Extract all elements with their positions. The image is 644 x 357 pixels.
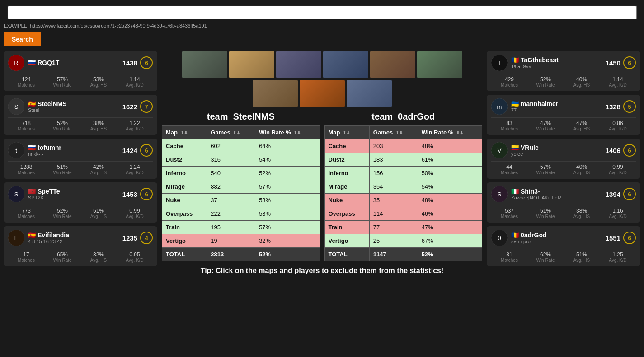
table-row[interactable]: Overpass 114 46%	[324, 207, 482, 221]
player-name: VRule	[521, 144, 539, 151]
table-row[interactable]: Inferno 540 52%	[162, 167, 320, 180]
col-map-right[interactable]: Map ⬆⬇	[324, 126, 369, 139]
svg-text:m: m	[497, 103, 502, 110]
stat-val: 32%	[80, 251, 117, 258]
center-panel: team_SteelNMS Map ⬆⬇ Games ⬆⬇ Win Rate %…	[157, 51, 487, 280]
col-map-left[interactable]: Map ⬆⬇	[162, 126, 207, 139]
level-badge: 6	[623, 56, 636, 69]
table-row[interactable]: Mirage 882 57%	[162, 180, 320, 194]
player-card[interactable]: T 🇷🇴 TaGthebeast TaG1999 1450 6	[487, 51, 640, 91]
cell-winrate: 67%	[418, 234, 482, 248]
map-thumb-inferno[interactable]	[300, 80, 345, 107]
map-thumb-dust2[interactable]	[253, 80, 298, 107]
stat-item: 1.14 Avg. K/D	[117, 76, 153, 88]
table-row[interactable]: Nuke 37 53%	[162, 194, 320, 207]
col-winrate-left[interactable]: Win Rate % ⬆⬇	[255, 126, 320, 139]
cell-winrate: 52%	[255, 167, 320, 180]
col-games-right[interactable]: Games ⬆⬇	[369, 126, 418, 139]
map-thumb-nuke[interactable]	[417, 51, 462, 78]
col-games-left[interactable]: Games ⬆⬇	[207, 126, 255, 139]
map-thumb-cobblestone[interactable]	[370, 51, 415, 78]
stat-item: 47% Avg. HS	[564, 120, 600, 131]
player-flag: 🇲🇦	[28, 188, 36, 195]
cell-winrate: 64%	[255, 139, 320, 153]
level-badge: 6	[140, 56, 153, 69]
cell-games: 203	[369, 139, 418, 153]
player-sub: TaG1999	[511, 64, 559, 69]
stat-item: 1.14 Avg. K/D	[600, 76, 636, 88]
cell-winrate: 48%	[418, 194, 482, 207]
stat-item: 44 Matches	[491, 164, 527, 175]
table-row[interactable]: Cache 602 64%	[162, 139, 320, 153]
cell-games: 37	[207, 194, 255, 207]
table-row[interactable]: Dust2 183 61%	[324, 153, 482, 167]
stat-val: 51%	[80, 208, 117, 214]
table-row[interactable]: Inferno 156 50%	[324, 167, 482, 180]
tip-text: Tip: Click on the maps and players to ex…	[162, 261, 482, 280]
table-row[interactable]: Dust2 316 54%	[162, 153, 320, 167]
player-name: mannhaimer	[521, 100, 558, 107]
stat-item: 1.22 Avg. K/D	[117, 120, 153, 131]
cell-games: 25	[369, 234, 418, 248]
stat-val: 81	[491, 251, 527, 258]
right-team-table: team_0adrGod Map ⬆⬇ Games ⬆⬇ Win Rate % …	[324, 111, 483, 261]
player-flag: 🇷🇺	[28, 59, 36, 66]
player-card[interactable]: S 🇪🇸 SteelNMS Steel 1622 7 718	[4, 95, 157, 135]
table-row[interactable]: Vertigo 19 32%	[162, 234, 320, 248]
stat-item: 52% Win Rate	[44, 208, 80, 219]
stat-item: 51% Avg. HS	[80, 208, 117, 219]
cell-map: Train	[162, 221, 207, 234]
player-card[interactable]: m 🇺🇦 mannhaimer 77 1328 5 83	[487, 95, 640, 135]
player-elo: 1394	[606, 190, 620, 198]
table-row[interactable]: Nuke 35 48%	[324, 194, 482, 207]
cell-map: TOTAL	[162, 248, 207, 261]
player-card[interactable]: t 🇷🇺 tofumnr nnkk-.- 1424 6 128	[4, 139, 157, 179]
player-card[interactable]: R 🇷🇺 RGQ1T 1438 6 124	[4, 51, 157, 91]
map-thumb-mirage[interactable]	[229, 51, 274, 78]
level-badge: 6	[140, 144, 153, 157]
player-name: TaGthebeast	[521, 56, 559, 64]
table-row[interactable]: Train 77 47%	[324, 221, 482, 234]
right-team-title: team_0adrGod	[324, 111, 483, 122]
player-name: RGQ1T	[38, 59, 59, 66]
player-sub: Steel	[28, 107, 67, 113]
table-row[interactable]: TOTAL 2813 52%	[162, 248, 320, 261]
player-elo: 1453	[122, 190, 137, 198]
table-row[interactable]: Mirage 354 54%	[324, 180, 482, 194]
stat-label: Matches	[8, 126, 44, 131]
player-name: SpeTTe	[38, 188, 60, 195]
map-thumb-vertigo[interactable]	[347, 80, 392, 107]
table-row[interactable]: Overpass 222 53%	[162, 207, 320, 221]
map-thumb-train[interactable]	[276, 51, 321, 78]
table-row[interactable]: Vertigo 25 67%	[324, 234, 482, 248]
map-thumb-overpass[interactable]	[323, 51, 368, 78]
level-badge: 6	[623, 188, 636, 200]
player-sub: 77	[511, 107, 558, 113]
player-flag: 🇺🇦	[511, 100, 519, 107]
stat-item: 1.25 Avg. K/D	[600, 251, 636, 263]
svg-text:S: S	[498, 191, 502, 198]
player-card[interactable]: E 🇪🇸 Evifilandia 4 8 15 16 23 42 1235 4	[4, 226, 157, 266]
stat-label: Avg. K/D	[600, 170, 636, 175]
table-row[interactable]: Cache 203 48%	[324, 139, 482, 153]
cell-map: Vertigo	[162, 234, 207, 248]
player-card[interactable]: V 🇨🇴 VRule yolee 1406 6 44	[487, 139, 640, 179]
map-thumb-cache[interactable]	[182, 51, 227, 78]
svg-text:V: V	[498, 147, 502, 154]
player-avatar: m	[491, 98, 508, 115]
stat-val: 1.14	[117, 76, 153, 83]
player-card[interactable]: 0 🇷🇴 0adrGod semi-pro 1551 6 81	[487, 226, 640, 266]
stat-val: 47%	[527, 120, 564, 126]
cell-map: Mirage	[162, 180, 207, 194]
player-card[interactable]: S 🇮🇹 Shin3- Zawsze[NOT]AKiLLeR 1394 6	[487, 182, 640, 223]
player-elo: 1450	[606, 59, 620, 67]
search-button[interactable]: Search	[4, 32, 41, 46]
table-row[interactable]: Train 195 57%	[162, 221, 320, 234]
cell-games: 77	[369, 221, 418, 234]
table-row[interactable]: TOTAL 1147 52%	[324, 248, 482, 261]
player-card[interactable]: S 🇲🇦 SpeTTe SPT2K 1453 6 773	[4, 182, 157, 223]
url-input[interactable]: https://www.faceit.com/es/csgo/room/1-c2…	[7, 5, 637, 19]
player-sub: SPT2K	[28, 195, 60, 200]
col-winrate-right[interactable]: Win Rate % ⬆⬇	[418, 126, 482, 139]
cell-games: 540	[207, 167, 255, 180]
